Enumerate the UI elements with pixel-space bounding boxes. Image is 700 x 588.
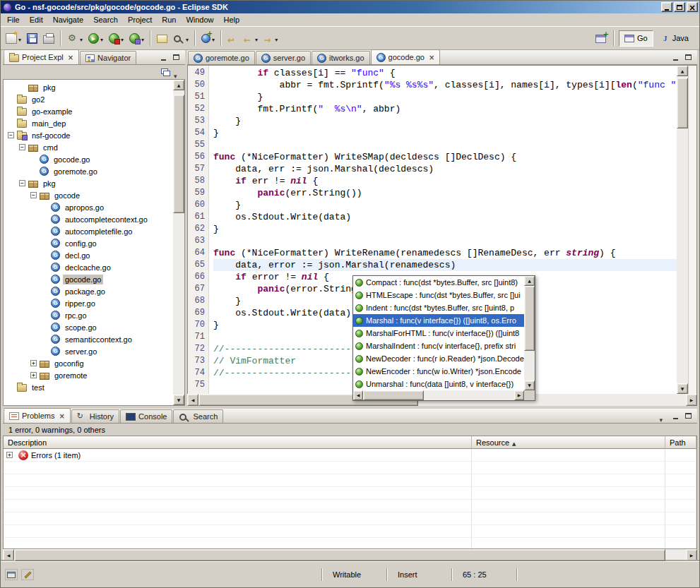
menu-item-project[interactable]: Project [123, 14, 157, 25]
tree-item-autocompletecontext-go[interactable]: autocompletecontext.go [4, 213, 173, 225]
toolbar-button-new-go-element[interactable] [199, 29, 217, 47]
tree-item-config-go[interactable]: config.go [4, 237, 173, 249]
code-line-49[interactable]: if classes[i] == "func" { [213, 67, 677, 79]
autocomplete-item-marshal[interactable]: Marshal : func(v interface{}) ([]uint8, … [353, 314, 524, 327]
view-menu-icon[interactable] [174, 68, 181, 76]
column-header-description[interactable]: Description [4, 436, 472, 449]
tree-item-go2[interactable]: go2 [4, 93, 173, 105]
tree-item-rpc-go[interactable]: rpc.go [4, 309, 173, 321]
toolbar-button-run[interactable] [86, 29, 105, 47]
fast-view-button[interactable] [5, 569, 18, 580]
tree-item-gocode[interactable]: −gocode [4, 189, 173, 201]
code-line-64[interactable]: func (*NiceFormatter) WriteRename(rename… [213, 247, 677, 259]
code-line-52[interactable]: fmt.Printf(" %s\n", abbr) [213, 103, 677, 115]
editor-tab-itworks-go[interactable]: itworks.go [312, 51, 370, 64]
autocomplete-item-htmlescape[interactable]: HTMLEscape : func(dst *bytes.Buffer, src… [353, 289, 524, 301]
menu-item-file[interactable]: File [2, 14, 25, 25]
scroll-thumb[interactable] [173, 95, 184, 213]
scroll-up-button[interactable] [677, 66, 688, 76]
scroll-down-button[interactable] [677, 383, 688, 394]
scroll-thumb[interactable] [524, 286, 535, 351]
menu-item-navigate[interactable]: Navigate [48, 14, 88, 25]
scroll-track[interactable] [363, 390, 514, 400]
scroll-track[interactable] [524, 286, 535, 380]
tree-item-server-go[interactable]: server.go [4, 345, 173, 357]
code-line-65[interactable]: data, error := json.Marshal(renamedescs) [213, 259, 677, 271]
tree-item-pkg[interactable]: −pkg [4, 177, 173, 189]
autocomplete-item-marshalforhtml[interactable]: MarshalForHTML : func(v interface{}) ([]… [353, 327, 524, 340]
scroll-track[interactable] [14, 549, 686, 561]
view-tab-navigator[interactable]: Navigator [80, 51, 136, 64]
tree-item-goconfig[interactable]: +goconfig [4, 357, 173, 369]
autocomplete-item-compact[interactable]: Compact : func(dst *bytes.Buffer, src []… [353, 276, 524, 289]
open-perspective-button[interactable] [593, 29, 608, 47]
toolbar-button-save[interactable] [25, 29, 40, 47]
perspective-go-button[interactable]: Go [619, 30, 653, 47]
autocomplete-hscrollbar[interactable] [353, 390, 524, 400]
tree-expander[interactable]: − [19, 180, 25, 186]
dropdown-arrow-icon[interactable] [78, 32, 83, 44]
tree-expander[interactable]: + [30, 372, 37, 378]
minimize-button[interactable] [661, 2, 672, 12]
menu-item-search[interactable]: Search [88, 14, 123, 25]
scroll-right-button[interactable] [514, 390, 524, 400]
tree-item-goremote-go[interactable]: goremote.go [4, 165, 173, 177]
code-line-58[interactable]: if err != nil { [213, 175, 677, 187]
tree-item-test[interactable]: test [4, 381, 173, 393]
tree-item-go-example[interactable]: go-example [4, 105, 173, 117]
problems-hscrollbar[interactable] [3, 549, 697, 561]
code-line-50[interactable]: abbr = fmt.Sprintf("%s %s%s", classes[i]… [213, 79, 677, 91]
maximize-editor-button[interactable] [682, 52, 694, 63]
close-button[interactable] [687, 2, 698, 12]
bottom-tab-console[interactable]: Console [120, 409, 172, 423]
tree-item-gocode-go[interactable]: gocode.go [4, 273, 173, 285]
toolbar-button-external-tools[interactable] [65, 29, 85, 47]
minimize-view-button[interactable] [158, 52, 170, 63]
bottom-tab-search[interactable]: Search [173, 409, 223, 423]
title-bar[interactable]: Go - nsf-gocode/src/pkg/gocode/gocode.go… [1, 1, 699, 13]
scroll-track[interactable] [173, 90, 184, 395]
scroll-up-button[interactable] [524, 276, 535, 286]
code-line-56[interactable]: func (*NiceFormatter) WriteSMap(decldesc… [213, 151, 677, 163]
code-line-59[interactable]: panic(err.String()) [213, 187, 677, 199]
editor-vscrollbar[interactable] [677, 66, 688, 394]
scroll-right-button[interactable] [686, 549, 697, 561]
menu-item-edit[interactable]: Edit [25, 14, 48, 25]
code-line-62[interactable]: } [213, 223, 677, 235]
tree-item-main-dep[interactable]: main_dep [4, 117, 173, 129]
code-line-61[interactable]: os.Stdout.Write(data) [213, 211, 677, 223]
bottom-tab-problems[interactable]: Problems [4, 408, 71, 423]
tree-item-package-go[interactable]: package.go [4, 285, 173, 297]
code-line-53[interactable]: } [213, 115, 677, 127]
tree-item-apropos-go[interactable]: apropos.go [4, 201, 173, 213]
maximize-button[interactable] [674, 2, 685, 12]
editor-tab-server-go[interactable]: server.go [256, 51, 311, 64]
code-line-51[interactable]: } [213, 91, 677, 103]
minimize-editor-button[interactable] [670, 52, 682, 63]
toolbar-button-coverage[interactable] [107, 29, 126, 47]
maximize-bottom-button[interactable] [682, 411, 694, 421]
toolbar-button-last-edit[interactable] [225, 29, 240, 47]
tree-scrollbar[interactable] [173, 80, 184, 405]
scroll-left-button[interactable] [187, 394, 198, 406]
tree-item-declcache-go[interactable]: declcache.go [4, 261, 173, 273]
dropdown-arrow-icon[interactable] [273, 32, 278, 44]
menu-item-window[interactable]: Window [181, 14, 218, 25]
scroll-left-button[interactable] [353, 390, 363, 400]
tree-item-pkg[interactable]: pkg [4, 81, 173, 93]
toolbar-button-profile[interactable] [127, 29, 146, 47]
autocomplete-item-newencoder[interactable]: NewEncoder : func(w io.Writer) *json.Enc… [353, 365, 524, 378]
tree-item-goremote[interactable]: +goremote [4, 369, 173, 381]
toolbar-button-forward[interactable] [261, 29, 280, 47]
editor-tab-gocode-go[interactable]: gocode.go [371, 49, 441, 64]
dropdown-arrow-icon[interactable] [254, 32, 258, 44]
tree-item-autocompletefile-go[interactable]: autocompletefile.go [4, 225, 173, 237]
perspective-java-button[interactable]: Java [655, 30, 694, 47]
menu-item-run[interactable]: Run [157, 14, 181, 25]
tree-item-semanticcontext-go[interactable]: semanticcontext.go [4, 333, 173, 345]
autocomplete-scrollbar[interactable] [524, 276, 535, 390]
toolbar-button-open-task[interactable] [155, 29, 170, 47]
tree-item-nsf-gocode[interactable]: −nsf-gocode [4, 129, 173, 141]
code-line-55[interactable] [213, 139, 677, 151]
tree-expander[interactable]: + [30, 360, 37, 366]
